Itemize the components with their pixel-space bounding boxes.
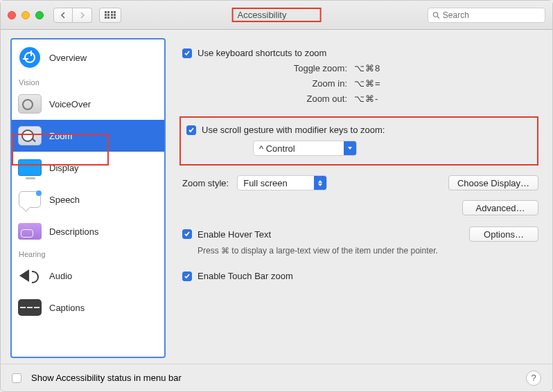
- descriptions-icon: [17, 220, 42, 242]
- scroll-gesture-checkbox[interactable]: [186, 125, 196, 135]
- hover-text-hint: Press ⌘ to display a large-text view of …: [198, 246, 538, 256]
- sidebar-item-captions[interactable]: Captions: [12, 292, 164, 323]
- chevron-right-icon: [80, 12, 85, 19]
- speech-icon: [17, 188, 42, 211]
- check-icon: [184, 50, 191, 57]
- check-icon: [184, 273, 191, 280]
- grid-icon: [105, 11, 116, 19]
- sidebar-item-label: Speech: [49, 195, 80, 205]
- sidebar-section-hearing: Hearing: [12, 247, 164, 260]
- show-all-button[interactable]: [99, 8, 121, 23]
- forward-button[interactable]: [73, 8, 92, 23]
- touch-bar-label: Enable Touch Bar zoom: [198, 271, 293, 281]
- back-button[interactable]: [53, 8, 73, 23]
- scroll-gesture-label: Use scroll gesture with modifier keys to…: [202, 125, 385, 135]
- display-icon: [17, 157, 42, 179]
- sidebar-item-label: VoiceOver: [49, 99, 91, 109]
- advanced-button[interactable]: Advanced…: [462, 200, 538, 215]
- touch-bar-row: Enable Touch Bar zoom: [182, 271, 538, 281]
- nav-buttons: [53, 8, 92, 23]
- check-icon: [188, 127, 195, 134]
- svg-point-0: [433, 12, 437, 16]
- sidebar-item-label: Audio: [49, 271, 72, 281]
- zoom-style-select[interactable]: Full screen: [237, 175, 327, 190]
- scroll-gesture-group: Use scroll gesture with modifier keys to…: [179, 116, 538, 166]
- use-shortcuts-checkbox[interactable]: [182, 48, 192, 58]
- window-title: Accessibility: [232, 8, 322, 22]
- svg-line-1: [437, 16, 439, 18]
- shortcut-zoom-out: Zoom out: ⌥⌘-: [279, 91, 538, 107]
- hover-text-label: Enable Hover Text: [198, 229, 271, 240]
- sidebar-item-speech[interactable]: Speech: [12, 184, 164, 215]
- shortcut-list: Toggle zoom: ⌥⌘8 Zoom in: ⌥⌘= Zoom out: …: [279, 61, 538, 107]
- sidebar: Overview Vision VoiceOver Zoom Display S…: [10, 38, 166, 358]
- search-input[interactable]: [443, 10, 541, 20]
- fullscreen-window-button[interactable]: [35, 11, 44, 19]
- audio-icon: [17, 265, 42, 287]
- close-window-button[interactable]: [8, 11, 16, 19]
- overview-icon: [17, 45, 42, 70]
- content-body: Overview Vision VoiceOver Zoom Display S…: [1, 30, 552, 364]
- zoom-style-row: Zoom style: Full screen Choose Display…: [182, 175, 538, 190]
- zoom-settings-pane: Use keyboard shortcuts to zoom Toggle zo…: [175, 38, 543, 358]
- advanced-row: Advanced…: [182, 200, 538, 215]
- sidebar-item-audio[interactable]: Audio: [12, 260, 164, 292]
- shortcut-value: ⌥⌘8: [354, 61, 380, 76]
- zoom-style-value: Full screen: [238, 178, 314, 188]
- sidebar-item-voiceover[interactable]: VoiceOver: [12, 88, 164, 120]
- choose-display-button[interactable]: Choose Display…: [448, 175, 538, 190]
- modifier-key-value: ^ Control: [254, 143, 344, 154]
- status-menubar-checkbox[interactable]: [12, 373, 21, 383]
- footer: Show Accessibility status in menu bar ?: [1, 364, 552, 391]
- chevron-updown-icon: [314, 175, 326, 190]
- touch-bar-checkbox[interactable]: [182, 271, 192, 281]
- sidebar-item-label: Overview: [49, 53, 87, 63]
- use-shortcuts-label: Use keyboard shortcuts to zoom: [198, 48, 326, 58]
- help-button[interactable]: ?: [526, 371, 541, 386]
- chevron-left-icon: [60, 12, 66, 19]
- sidebar-item-display[interactable]: Display: [12, 152, 164, 184]
- shortcut-label: Zoom out:: [279, 91, 347, 107]
- shortcut-toggle-zoom: Toggle zoom: ⌥⌘8: [279, 61, 538, 76]
- shortcut-value: ⌥⌘=: [354, 76, 381, 91]
- hover-text-checkbox[interactable]: [182, 229, 192, 239]
- shortcut-value: ⌥⌘-: [354, 91, 378, 107]
- minimize-window-button[interactable]: [21, 11, 30, 19]
- hover-text-options-button[interactable]: Options…: [469, 226, 538, 242]
- check-icon: [184, 231, 191, 238]
- preferences-window: Accessibility Overview Vision VoiceOver …: [0, 0, 553, 392]
- hover-text-row: Enable Hover Text Options…: [182, 226, 538, 242]
- sidebar-section-vision: Vision: [12, 75, 164, 88]
- sidebar-item-label: Display: [49, 163, 79, 173]
- shortcut-zoom-in: Zoom in: ⌥⌘=: [279, 76, 538, 91]
- shortcut-label: Zoom in:: [279, 76, 347, 91]
- sidebar-item-label: Zoom: [49, 131, 72, 141]
- status-menubar-label: Show Accessibility status in menu bar: [31, 373, 182, 383]
- modifier-key-select[interactable]: ^ Control: [253, 141, 357, 156]
- shortcut-label: Toggle zoom:: [279, 61, 347, 76]
- captions-icon: [17, 296, 42, 319]
- sidebar-item-zoom[interactable]: Zoom: [12, 120, 164, 152]
- window-controls: [8, 11, 44, 19]
- scroll-gesture-row: Use scroll gesture with modifier keys to…: [186, 125, 489, 135]
- zoom-icon: [17, 125, 42, 147]
- sidebar-item-label: Captions: [49, 303, 85, 313]
- voiceover-icon: [17, 93, 42, 115]
- search-icon: [432, 11, 440, 19]
- sidebar-item-label: Descriptions: [49, 226, 99, 237]
- titlebar: Accessibility: [1, 1, 552, 30]
- use-shortcuts-row: Use keyboard shortcuts to zoom: [182, 48, 538, 58]
- sidebar-item-descriptions[interactable]: Descriptions: [12, 215, 164, 247]
- chevron-down-icon: [344, 141, 356, 156]
- zoom-style-label: Zoom style:: [182, 178, 229, 188]
- search-field[interactable]: [428, 8, 545, 23]
- sidebar-item-overview[interactable]: Overview: [12, 39, 164, 75]
